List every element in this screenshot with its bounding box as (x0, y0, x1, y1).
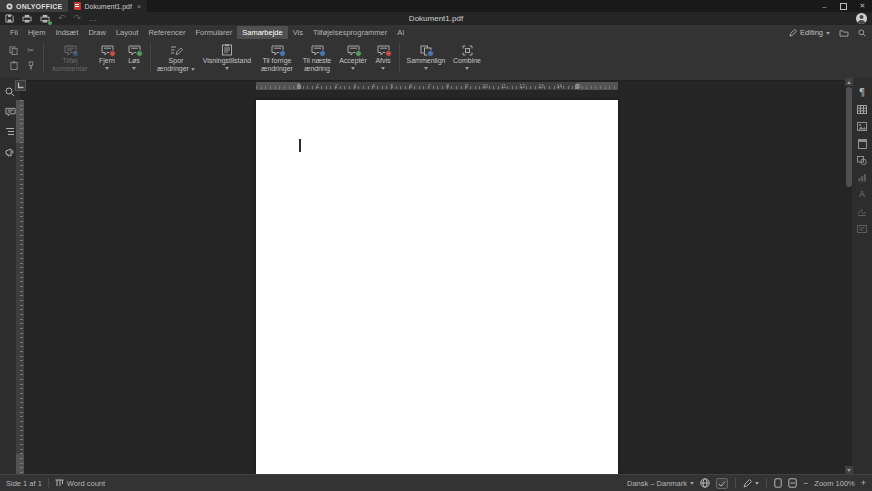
display-mode-button[interactable]: Visningstilstand (198, 43, 256, 70)
reject-change-button[interactable]: Afvis (370, 43, 396, 70)
language-selector[interactable]: Dansk – Danmark (627, 479, 694, 488)
search-icon[interactable] (858, 29, 866, 37)
tab-indsaet[interactable]: Indsæt (50, 26, 83, 39)
track-changes-toggle[interactable] (743, 479, 759, 488)
header-footer-settings-button[interactable] (856, 138, 868, 149)
previous-change-label-2: ændringer (261, 65, 293, 73)
ribbon-toolbar: ✂ Tilføj kommentar Fjern Løs Spor (0, 40, 872, 81)
navigation-panel-button[interactable] (4, 126, 16, 137)
ruler-ticks (20, 100, 23, 474)
fit-page-icon[interactable] (774, 478, 782, 488)
zoom-out-button[interactable]: − (803, 479, 808, 488)
tab-tilfoejelsesprogrammer[interactable]: Tilføjelsesprogrammer (308, 26, 392, 39)
reject-label: Afvis (375, 57, 390, 65)
tab-referencer[interactable]: Referencer (143, 26, 190, 39)
editing-mode-button[interactable]: Editing (789, 28, 830, 37)
table-settings-button[interactable] (856, 104, 868, 115)
fit-width-icon[interactable] (788, 478, 797, 488)
save-icon (5, 14, 14, 23)
scrollbar-thumb[interactable] (846, 87, 852, 187)
next-change-button[interactable]: Til næste ændring (298, 43, 336, 73)
save-button[interactable] (5, 13, 14, 24)
tab-stop-l-icon (17, 82, 24, 89)
copy-button[interactable] (7, 44, 20, 57)
track-changes-button[interactable]: Spor ændringer (154, 43, 198, 73)
add-comment-label-2: kommentar (52, 65, 87, 73)
quick-print-button[interactable] (40, 13, 50, 24)
vertical-ruler[interactable] (16, 100, 24, 474)
app-menu-button[interactable]: ONLYOFFICE (0, 0, 68, 12)
ribbon-separator (43, 43, 44, 73)
remove-comment-button[interactable]: Fjern (93, 43, 121, 70)
word-count-button[interactable]: Word count (55, 479, 105, 488)
zoom-level[interactable]: Zoom 100% (814, 479, 854, 488)
undo-button[interactable]: ↶ (58, 13, 66, 24)
horizontal-ruler[interactable]: 123456789101112131415 (256, 82, 618, 90)
compare-label: Sammenlign (407, 57, 446, 65)
tab-samarbejde[interactable]: Samarbejde (237, 26, 287, 39)
tab-ai[interactable]: AI (392, 26, 409, 39)
document-tab[interactable]: Dokument1.pdf × (68, 0, 147, 12)
chevron-down-icon (826, 32, 830, 35)
headings-icon (5, 127, 15, 136)
combine-button[interactable]: Combine (449, 43, 485, 70)
scroll-up-button[interactable] (845, 78, 853, 86)
text-box-settings-button[interactable] (856, 223, 868, 234)
accept-badge (355, 50, 362, 57)
word-count-icon (55, 479, 64, 487)
zoom-in-button[interactable]: + (861, 479, 866, 488)
maximize-button[interactable] (834, 0, 853, 12)
tab-stop-selector[interactable] (15, 80, 26, 91)
onlyoffice-logo-icon (6, 3, 13, 10)
document-page[interactable] (256, 100, 618, 474)
add-comment-button[interactable]: Tilføj kommentar (47, 43, 93, 73)
tab-draw[interactable]: Draw (83, 26, 111, 39)
signature-settings-button[interactable] (856, 206, 868, 217)
window-controls: – ✕ (815, 0, 872, 12)
cut-button[interactable]: ✂ (24, 44, 37, 57)
set-language-globe-icon[interactable] (700, 478, 710, 488)
copy-icon (9, 46, 18, 55)
compare-button[interactable]: Sammenlign (403, 43, 449, 70)
customize-toolbar-button[interactable]: … (89, 13, 97, 24)
tab-close-icon[interactable]: × (137, 3, 141, 10)
quick-access-toolbar: ↶ ↷ … (0, 12, 872, 25)
previous-change-button[interactable]: Til forrige ændringer (256, 43, 298, 73)
tab-layout[interactable]: Layout (111, 26, 144, 39)
resolve-comment-button[interactable]: Løs (121, 43, 147, 70)
copy-style-button[interactable] (24, 59, 37, 72)
paste-button[interactable] (7, 59, 20, 72)
editing-mode-label: Editing (800, 28, 823, 37)
user-avatar[interactable] (856, 13, 867, 24)
chart-settings-button[interactable] (856, 172, 868, 183)
minimize-button[interactable]: – (815, 0, 834, 12)
scroll-down-button[interactable] (845, 466, 853, 474)
text-art-settings-button[interactable]: A (856, 189, 868, 200)
paragraph-icon: ¶ (859, 88, 865, 98)
ribbon-separator (399, 43, 400, 73)
vertical-scrollbar[interactable] (845, 78, 853, 474)
tab-formularer[interactable]: Formularer (191, 26, 238, 39)
accept-change-button[interactable]: Acceptér (336, 43, 370, 70)
tab-fil[interactable]: Fil (5, 26, 23, 39)
page-indicator[interactable]: Side 1 af 1 (6, 479, 42, 488)
redo-button[interactable]: ↷ (74, 13, 82, 24)
table-icon (857, 105, 867, 114)
arrow-up-icon (847, 81, 851, 84)
comments-panel-button[interactable] (4, 106, 16, 117)
tab-hjem[interactable]: Hjem (23, 26, 51, 39)
pencil-icon (789, 29, 797, 37)
topbar-right-controls: Editing (789, 25, 866, 40)
combine-icon (462, 45, 473, 56)
statusbar-separator (48, 478, 49, 488)
paragraph-settings-button[interactable]: ¶ (856, 87, 868, 98)
open-file-location-icon[interactable] (839, 29, 849, 37)
feedback-button[interactable] (4, 146, 16, 157)
print-button[interactable] (22, 13, 32, 24)
remove-badge (109, 50, 116, 57)
shape-settings-button[interactable] (856, 155, 868, 166)
spell-check-toggle[interactable] (716, 478, 728, 489)
image-settings-button[interactable] (856, 121, 868, 132)
close-button[interactable]: ✕ (853, 0, 872, 12)
tab-vis[interactable]: Vis (288, 26, 308, 39)
